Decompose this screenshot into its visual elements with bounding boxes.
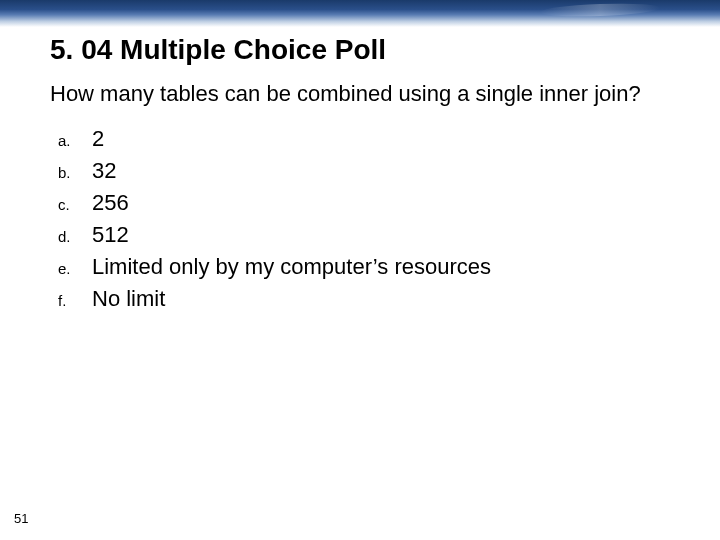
poll-option: a. 2 [58, 126, 670, 152]
poll-option: d. 512 [58, 222, 670, 248]
option-letter: d. [58, 228, 92, 245]
option-letter: c. [58, 196, 92, 213]
option-text: 256 [92, 190, 129, 216]
poll-option: e. Limited only by my computer’s resourc… [58, 254, 670, 280]
poll-option: b. 32 [58, 158, 670, 184]
option-text: 32 [92, 158, 116, 184]
option-letter: b. [58, 164, 92, 181]
option-letter: f. [58, 292, 92, 309]
option-letter: e. [58, 260, 92, 277]
option-text: 512 [92, 222, 129, 248]
option-letter: a. [58, 132, 92, 149]
slide-content: 5. 04 Multiple Choice Poll How many tabl… [0, 28, 720, 540]
option-text: 2 [92, 126, 104, 152]
page-number: 51 [14, 511, 28, 526]
poll-option: c. 256 [58, 190, 670, 216]
option-text: Limited only by my computer’s resources [92, 254, 491, 280]
poll-question: How many tables can be combined using a … [50, 80, 670, 108]
poll-option: f. No limit [58, 286, 670, 312]
header-banner [0, 0, 720, 28]
slide-title: 5. 04 Multiple Choice Poll [50, 34, 670, 66]
poll-options: a. 2 b. 32 c. 256 d. 512 e. Limited only… [50, 126, 670, 312]
option-text: No limit [92, 286, 165, 312]
